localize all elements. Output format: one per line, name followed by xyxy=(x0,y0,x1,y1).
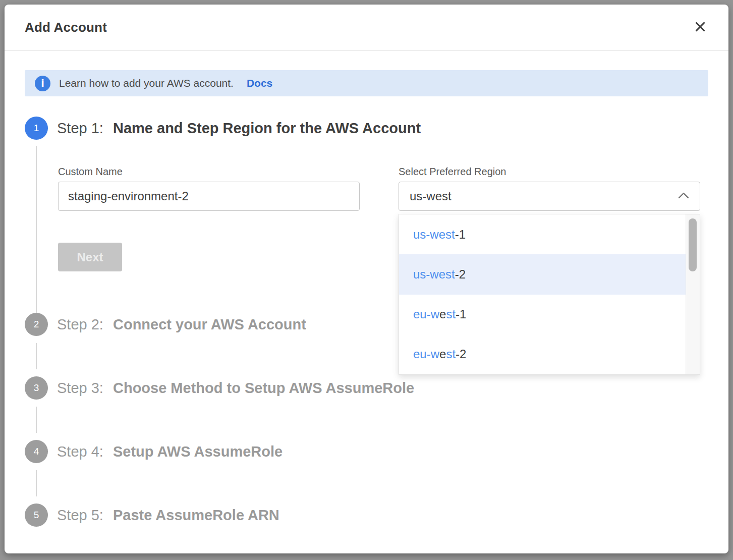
page-title: Add Account xyxy=(25,20,107,35)
banner-text: Learn how to add your AWS account. xyxy=(59,77,234,89)
step-3-indicator: 3 xyxy=(25,376,48,400)
step-1-heading: Step 1: Name and Step Region for the AWS… xyxy=(57,120,421,137)
step-5-header: 5 Step 5: Paste AssumeRole ARN xyxy=(25,503,708,527)
step-5-heading: Step 5: Paste AssumeRole ARN xyxy=(57,507,279,524)
chevron-up-icon xyxy=(678,192,689,201)
step-connector xyxy=(36,470,37,496)
step-4-heading: Step 4: Setup AWS AssumeRole xyxy=(57,443,283,460)
custom-name-input[interactable] xyxy=(58,182,360,211)
step-1-header: 1 Step 1: Name and Step Region for the A… xyxy=(25,117,708,140)
custom-name-field: Custom Name Next xyxy=(58,166,360,271)
step-2-indicator: 2 xyxy=(25,313,48,336)
step-4-header: 4 Step 4: Setup AWS AssumeRole xyxy=(25,440,708,463)
region-option-us-west-2[interactable]: us-west-2 xyxy=(399,254,686,294)
region-dropdown: us-west-1 us-west-2 eu-west-1 eu-west-2 xyxy=(399,214,700,375)
steps-list: 1 Step 1: Name and Step Region for the A… xyxy=(25,117,708,527)
step-3-label: Step 3: xyxy=(57,380,103,396)
info-banner: i Learn how to add your AWS account. Doc… xyxy=(25,70,708,96)
step-5-label: Step 5: xyxy=(57,507,103,523)
step-2-heading: Step 2: Connect your AWS Account xyxy=(57,316,306,333)
next-button[interactable]: Next xyxy=(58,243,122,271)
step-2-title: Connect your AWS Account xyxy=(113,316,306,332)
close-button[interactable] xyxy=(691,19,709,37)
info-icon: i xyxy=(35,76,50,91)
modal-body: i Learn how to add your AWS account. Doc… xyxy=(5,51,728,527)
docs-link[interactable]: Docs xyxy=(247,77,272,89)
region-option-us-west-1[interactable]: us-west-1 xyxy=(399,214,686,254)
step-1-title: Name and Step Region for the AWS Account xyxy=(113,120,421,136)
region-option-eu-west-1[interactable]: eu-west-1 xyxy=(399,295,686,334)
step-4-indicator: 4 xyxy=(25,440,48,463)
close-icon xyxy=(694,20,707,35)
add-account-modal: Add Account i Learn how to add your AWS … xyxy=(5,5,728,553)
region-options: us-west-1 us-west-2 eu-west-1 eu-west-2 xyxy=(399,214,686,374)
region-label: Select Preferred Region xyxy=(399,166,700,178)
step-1-indicator: 1 xyxy=(25,117,48,140)
step-3-title: Choose Method to Setup AWS AssumeRole xyxy=(113,380,414,396)
custom-name-label: Custom Name xyxy=(58,166,360,178)
region-select-value: us-west xyxy=(410,189,452,203)
step-connector xyxy=(36,343,37,369)
step-5-title: Paste AssumeRole ARN xyxy=(113,507,279,523)
step-1-content: Custom Name Next Select Preferred Region… xyxy=(36,146,708,313)
step-4-label: Step 4: xyxy=(57,443,103,460)
step-2-label: Step 2: xyxy=(57,316,103,332)
region-select[interactable]: us-west xyxy=(399,182,700,211)
step-4-title: Setup AWS AssumeRole xyxy=(113,443,283,460)
dropdown-scrollbar[interactable] xyxy=(686,214,700,374)
region-option-eu-west-2[interactable]: eu-west-2 xyxy=(399,334,686,374)
step-3-header: 3 Step 3: Choose Method to Setup AWS Ass… xyxy=(25,376,708,400)
region-field: Select Preferred Region us-west us-we xyxy=(399,166,700,271)
step-1-label: Step 1: xyxy=(57,120,103,136)
step-connector xyxy=(36,407,37,433)
step-5-indicator: 5 xyxy=(25,503,48,527)
modal-header: Add Account xyxy=(5,5,728,51)
step-3-heading: Step 3: Choose Method to Setup AWS Assum… xyxy=(57,380,414,397)
scrollbar-thumb[interactable] xyxy=(689,218,697,271)
